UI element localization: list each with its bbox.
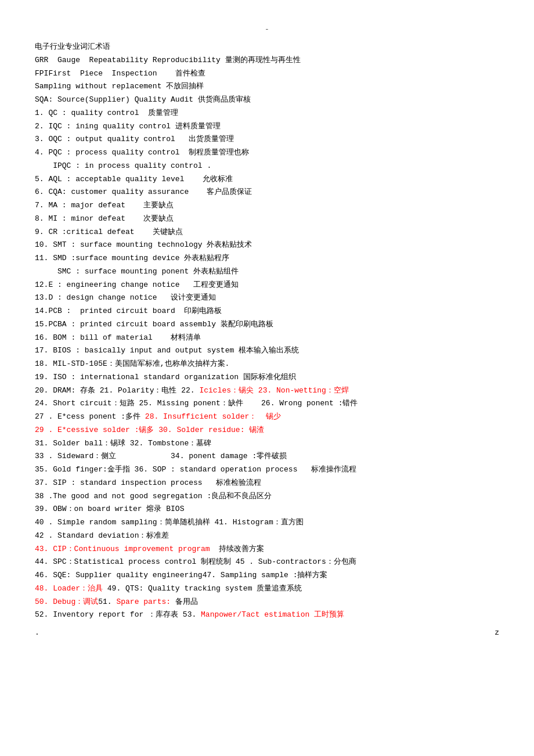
- line-fpi: FPIFirst Piece Inspection 首件检查: [35, 67, 499, 81]
- content-area: 电子行业专业词汇术语 GRR Gauge Repeatability Repro…: [35, 41, 499, 622]
- line-37: 37. SIP : standard inspection process 标准…: [35, 477, 499, 490]
- line-29: 29 . E*cessive solder :锡多 30. Solder res…: [35, 424, 499, 437]
- line-52: 52. Inventory report for ：库存表 53. Manpow…: [35, 609, 499, 622]
- line-11b: SMC : surface mounting ponent 外表粘贴组件: [35, 265, 499, 279]
- line-8: 8. MI : minor defeat 次要缺点: [35, 213, 499, 226]
- line-24: 24. Short circuit：短路 25. Missing ponent：…: [35, 397, 499, 411]
- line-44: 44. SPC：Statistical process control 制程统制…: [35, 556, 499, 569]
- line-20: 20. DRAM: 存条 21. Polarity：电性 22. Icicles…: [35, 384, 499, 398]
- title-line: 电子行业专业词汇术语: [35, 41, 499, 54]
- line-4b: IPQC : in process quality control .: [35, 160, 499, 173]
- line-10: 10. SMT : surface mounting technology 外表…: [35, 239, 499, 252]
- line-15: 15.PCBA : printed circuit board assembly…: [35, 318, 499, 332]
- line-18: 18. MIL-STD-105E：美国陆军标准,也称单次抽样方案.: [35, 358, 499, 371]
- line-40: 40 . Simple random sampling：简单随机抽样 41. H…: [35, 516, 499, 530]
- line-6: 6. CQA: customer quality assurance 客户品质保…: [35, 186, 499, 199]
- line-48: 48. Loader：治具 49. QTS: Quality tracking …: [35, 582, 499, 596]
- footer-z: z: [495, 627, 499, 639]
- line-grr: GRR Gauge Repeatability Reproducibility …: [35, 54, 499, 67]
- line-9: 9. CR :critical defeat 关键缺点: [35, 226, 499, 239]
- line-31: 31. Solder ball：锡球 32. Tombstone：墓碑: [35, 437, 499, 451]
- line-27: 27 . E*cess ponent :多件 28. Insufficient …: [35, 411, 499, 424]
- footer: . z: [35, 627, 499, 639]
- line-sampling: Sampling without replacement 不放回抽样: [35, 80, 499, 93]
- line-35: 35. Gold finger:金手指 36. SOP : standard o…: [35, 463, 499, 477]
- line-11: 11. SMD :surface mounting device 外表粘贴程序: [35, 252, 499, 265]
- line-sqa: SQA: Source(Supplier) Quality Audit 供货商品…: [35, 93, 499, 107]
- line-3: 3. OQC : output quality control 出货质量管理: [35, 133, 499, 146]
- line-19: 19. ISO : international standard organiz…: [35, 371, 499, 384]
- line-1: 1. QC : quality control 质量管理: [35, 107, 499, 120]
- top-dash: -: [35, 23, 499, 36]
- line-43: 43. CIP：Continuous improvement program 持…: [35, 543, 499, 556]
- line-42: 42 . Standard deviation：标准差: [35, 530, 499, 543]
- line-14: 14.PCB : printed circuit board 印刷电路板: [35, 305, 499, 318]
- line-46: 46. SQE: Supplier quality engineering47.…: [35, 569, 499, 582]
- line-50: 50. Debug：调试51. Spare parts: 备用品: [35, 596, 499, 609]
- line-4: 4. PQC : process quality control 制程质量管理也…: [35, 146, 499, 160]
- line-17: 17. BIOS : basically input and output sy…: [35, 344, 499, 358]
- line-12: 12.E : engineering change notice 工程变更通知: [35, 279, 499, 292]
- line-33: 33 . Sideward：侧立 34. ponent damage :零件破损: [35, 450, 499, 463]
- line-5: 5. AQL : acceptable quality level 允收标准: [35, 173, 499, 186]
- footer-dot: .: [35, 627, 39, 639]
- line-16: 16. BOM : bill of material 材料清单: [35, 332, 499, 345]
- line-13: 13.D : design change notice 设计变更通知: [35, 291, 499, 305]
- line-2: 2. IQC : ining quality control 进料质量管理: [35, 120, 499, 134]
- line-38: 38 .The good and not good segregation :良…: [35, 490, 499, 503]
- line-39: 39. OBW：on board writer 熔录 BIOS: [35, 503, 499, 516]
- line-7: 7. MA : major defeat 主要缺点: [35, 199, 499, 213]
